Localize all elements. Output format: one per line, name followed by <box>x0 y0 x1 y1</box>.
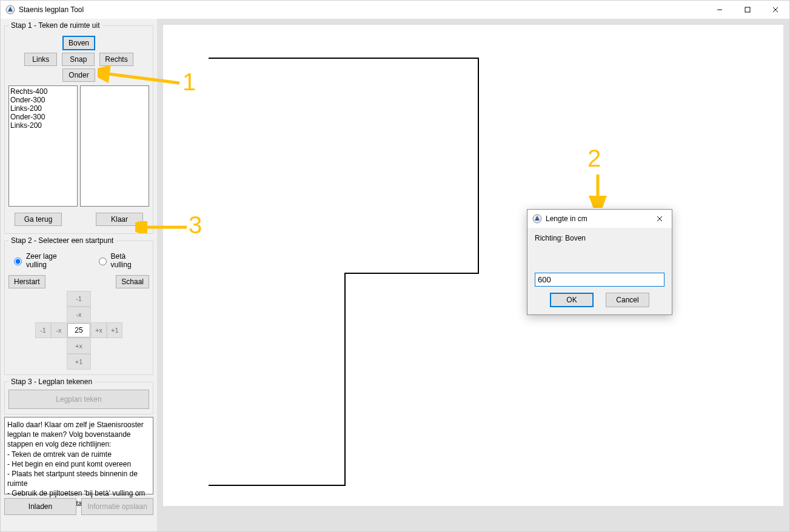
app-icon <box>5 5 15 15</box>
dialog-close-button[interactable] <box>648 210 672 228</box>
info-textbox: Hallo daar! Klaar om zelf je Staenisroos… <box>4 417 153 494</box>
radio-beta-input[interactable] <box>99 258 107 265</box>
herstart-button[interactable]: Herstart <box>8 275 45 288</box>
step-minusx-left[interactable]: -x <box>51 322 67 338</box>
length-input[interactable] <box>535 273 664 287</box>
rechts-button[interactable]: Rechts <box>99 53 133 66</box>
secondary-listbox[interactable] <box>80 85 149 207</box>
step-plusx-right[interactable]: +x <box>91 322 107 338</box>
dialog-cancel-button[interactable]: Cancel <box>606 293 649 307</box>
step-minus1-top[interactable]: -1 <box>67 291 91 307</box>
step-plusx-bottom[interactable]: +x <box>67 338 91 354</box>
window-title: Staenis legplan Tool <box>19 5 84 14</box>
onder-button[interactable]: Onder <box>62 68 95 82</box>
dialog-direction-label: Richting: Boven <box>535 234 664 242</box>
svg-rect-2 <box>745 7 750 12</box>
radio-low-input[interactable] <box>14 258 22 265</box>
room-outline <box>163 25 509 504</box>
step-minus1-left[interactable]: -1 <box>35 322 51 338</box>
length-dialog: Lengte in cm Richting: Boven OK Cancel <box>527 209 672 315</box>
ga-terug-button[interactable]: Ga terug <box>15 213 62 226</box>
step3-group: Stap 3 - Legplan tekenen Legplan teken <box>4 377 153 414</box>
list-item[interactable]: Onder-300 <box>10 96 76 104</box>
step-plus1-right[interactable]: +1 <box>107 322 122 338</box>
segments-listbox[interactable]: Rechts-400 Onder-300 Links-200 Onder-300… <box>8 85 78 207</box>
list-item[interactable]: Onder-300 <box>10 113 76 121</box>
boven-button[interactable]: Boven <box>62 36 95 50</box>
snap-button[interactable]: Snap <box>62 53 95 66</box>
legplan-teken-button[interactable]: Legplan teken <box>8 390 149 409</box>
klaar-button[interactable]: Klaar <box>96 213 143 226</box>
step2-group: Stap 2 - Selecteer een startpunt Zeer la… <box>4 236 153 375</box>
step3-legend: Stap 3 - Legplan tekenen <box>8 377 95 386</box>
dialog-titlebar: Lengte in cm <box>527 210 672 228</box>
step-plus1-bottom[interactable]: +1 <box>67 354 91 370</box>
informatie-opslaan-button[interactable]: Informatie opslaan <box>81 498 153 515</box>
close-button[interactable] <box>762 1 789 19</box>
list-item[interactable]: Links-200 <box>10 121 76 130</box>
dialog-ok-button[interactable]: OK <box>550 293 594 307</box>
minimize-button[interactable] <box>706 1 734 19</box>
window-controls <box>706 1 789 19</box>
stepper-grid: -1 -x -1 -x +x +1 +x +1 <box>8 291 149 370</box>
step1-legend: Stap 1 - Teken de ruimte uit <box>8 21 102 30</box>
canvas-area <box>157 19 789 531</box>
step-minusx-top[interactable]: -x <box>67 307 91 322</box>
links-button[interactable]: Links <box>24 53 57 66</box>
titlebar: Staenis legplan Tool <box>1 1 789 19</box>
list-item[interactable]: Links-200 <box>10 104 76 113</box>
schaal-button[interactable]: Schaal <box>116 275 149 288</box>
step1-group: Stap 1 - Teken de ruimte uit Boven Links… <box>4 21 153 234</box>
sidebar: Stap 1 - Teken de ruimte uit Boven Links… <box>1 19 157 531</box>
maximize-button[interactable] <box>734 1 762 19</box>
inladen-button[interactable]: Inladen <box>4 498 76 515</box>
step2-legend: Stap 2 - Selecteer een startpunt <box>8 236 116 245</box>
dialog-title: Lengte in cm <box>546 214 587 223</box>
list-item[interactable]: Rechts-400 <box>10 87 76 96</box>
step-value-input[interactable] <box>67 323 90 337</box>
drawing-canvas[interactable] <box>163 25 783 506</box>
info-text: Hallo daar! Klaar om zelf je Staenisroos… <box>7 421 147 508</box>
app-window: Staenis legplan Tool Stap 1 - Teken de r… <box>0 0 790 532</box>
dialog-app-icon <box>532 214 542 224</box>
radio-low-fill[interactable]: Zeer lage vulling <box>11 252 78 269</box>
radio-beta-fill[interactable]: Betà vulling <box>96 252 147 269</box>
